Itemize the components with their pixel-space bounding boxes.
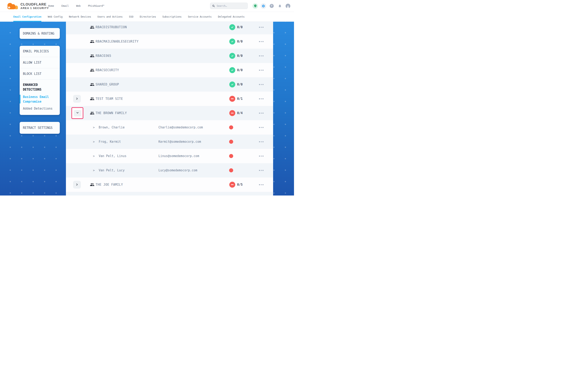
row-menu-ellipsis[interactable] bbox=[259, 140, 264, 144]
sidebar-item-allow-list[interactable]: ALLOW LIST bbox=[20, 57, 60, 68]
chevron-right-icon bbox=[76, 97, 78, 101]
member-count: 0/0 bbox=[237, 40, 243, 43]
status-dot-red bbox=[229, 168, 233, 172]
expand-group-button[interactable] bbox=[73, 95, 81, 103]
row-menu-ellipsis[interactable] bbox=[259, 40, 264, 43]
table-row-member: >Frog, KermitKermit@somedemocorp.com bbox=[66, 135, 273, 149]
tab-delegated-accounts[interactable]: Delegated Accounts bbox=[218, 12, 244, 22]
row-menu-ellipsis[interactable] bbox=[259, 183, 264, 187]
member-expand-chevron[interactable]: > bbox=[93, 140, 95, 143]
top-nav-home[interactable]: Home bbox=[48, 4, 54, 7]
row-menu-ellipsis[interactable] bbox=[259, 126, 264, 129]
member-count: 0/0 bbox=[237, 54, 243, 58]
status-dot-red bbox=[229, 125, 233, 129]
sidebar-card-retract-settings: RETRACT SETTINGS bbox=[20, 122, 60, 134]
member-count: 0/0 bbox=[237, 68, 243, 72]
status-badge-minus bbox=[229, 182, 235, 188]
help-icon[interactable]: ? bbox=[269, 3, 274, 9]
top-nav-phishguard[interactable]: PhishGuard™ bbox=[88, 4, 104, 7]
table-row-group: SHARED_GROUP0/0 bbox=[66, 77, 273, 92]
brand-text: CLOUDFLARE AREA 1 SECURITY bbox=[20, 1, 49, 11]
member-name: Brown, Charlie bbox=[99, 126, 125, 129]
member-email: Linus@somedemocorp.com bbox=[158, 154, 199, 158]
table-row-member: >Van Pelt, LinusLinus@somedemocorp.com bbox=[66, 149, 273, 163]
tab-service-accounts[interactable]: Service Accounts bbox=[188, 12, 212, 22]
group-name: RBACSECURITY bbox=[96, 68, 119, 72]
member-expand-chevron[interactable]: > bbox=[93, 126, 95, 129]
group-name: RBACDISTRUBUTION bbox=[96, 25, 127, 29]
highlight-annotation-box bbox=[71, 107, 83, 119]
sidebar-section-enhanced-detections: ENHANCED DETECTIONS Business Email Compr… bbox=[20, 80, 60, 115]
sidebar-item-retract-settings[interactable]: RETRACT SETTINGS bbox=[20, 122, 60, 134]
cloudflare-logo[interactable]: CLOUDFLARE AREA 1 SECURITY bbox=[6, 1, 49, 11]
status-badge-check bbox=[229, 39, 235, 45]
groups-table: RBACDISTRUBUTION0/0RBACMAILENABLESECURIT… bbox=[66, 22, 273, 196]
row-menu-ellipsis[interactable] bbox=[259, 54, 264, 58]
header-icons: ? bbox=[252, 0, 291, 12]
member-count: 0/1 bbox=[237, 97, 243, 100]
sidebar-card-domains-routing: DOMAINS & ROUTING bbox=[20, 28, 60, 39]
sidebar-item-email-policies[interactable]: EMAIL POLICIES bbox=[20, 46, 60, 57]
member-expand-chevron[interactable]: > bbox=[93, 169, 95, 172]
minus-icon bbox=[231, 184, 234, 185]
top-nav-email[interactable]: Email bbox=[61, 4, 69, 7]
tab-subscriptions[interactable]: Subscriptions bbox=[162, 12, 182, 22]
row-menu-ellipsis[interactable] bbox=[259, 111, 264, 115]
member-expand-chevron[interactable]: > bbox=[93, 154, 95, 158]
member-count: 0/4 bbox=[237, 111, 243, 115]
table-row-partial bbox=[66, 192, 273, 196]
sidebar-item-block-list[interactable]: BLOCK LIST bbox=[20, 68, 60, 80]
group-name: TEST TEAM SITE bbox=[96, 97, 123, 100]
tab-directories[interactable]: Directories bbox=[140, 12, 156, 22]
chevron-down-icon bbox=[76, 111, 79, 115]
table-row-group: RBACSECURITY0/0 bbox=[66, 63, 273, 77]
notifications-bell-icon[interactable] bbox=[277, 3, 283, 9]
tab-web-config[interactable]: Web Config bbox=[48, 12, 62, 22]
status-badge-minus bbox=[229, 110, 235, 116]
settings-gear-icon[interactable] bbox=[261, 3, 266, 9]
minus-icon bbox=[231, 98, 234, 99]
sidebar-item-domains-routing[interactable]: DOMAINS & ROUTING bbox=[20, 28, 60, 39]
sidebar-card-email-policies: EMAIL POLICIES ALLOW LIST BLOCK LIST ENH… bbox=[20, 46, 60, 115]
table-row-group: TEST TEAM SITE0/1 bbox=[66, 92, 273, 106]
expand-group-button[interactable] bbox=[73, 181, 81, 189]
status-badge-check bbox=[229, 82, 235, 88]
search-icon bbox=[212, 4, 215, 7]
tab-sso[interactable]: SSO bbox=[129, 12, 134, 22]
row-menu-ellipsis[interactable] bbox=[259, 154, 264, 158]
top-nav-web[interactable]: Web bbox=[76, 4, 81, 7]
verified-shield-icon[interactable] bbox=[252, 3, 258, 9]
member-count: 0/0 bbox=[237, 25, 243, 29]
tab-network-devices[interactable]: Network Devices bbox=[69, 12, 91, 22]
collapse-group-button[interactable] bbox=[74, 110, 81, 116]
search-box bbox=[210, 3, 248, 9]
row-menu-ellipsis[interactable] bbox=[259, 83, 264, 86]
sidebar-heading-enhanced-detections: ENHANCED DETECTIONS bbox=[23, 83, 56, 92]
cloudflare-cloud-icon bbox=[6, 1, 19, 11]
group-icon bbox=[90, 39, 94, 44]
tab-email-configuration[interactable]: Email Configuration bbox=[13, 12, 41, 22]
status-badge-check bbox=[229, 53, 235, 59]
row-menu-ellipsis[interactable] bbox=[259, 69, 264, 72]
search-input[interactable] bbox=[217, 4, 246, 7]
sidebar-item-added-detections[interactable]: Added Detections bbox=[23, 107, 56, 110]
tab-users-and-actions[interactable]: Users and Actions bbox=[97, 12, 123, 22]
row-menu-ellipsis[interactable] bbox=[259, 26, 264, 29]
group-name: THE BROWN FAMILY bbox=[96, 111, 127, 115]
row-menu-ellipsis[interactable] bbox=[259, 169, 264, 172]
account-avatar-icon[interactable] bbox=[285, 3, 291, 9]
table-row-group: THE JOE FAMILY0/5 bbox=[66, 178, 273, 192]
avatar bbox=[286, 4, 290, 8]
group-name: RBACMAILENABLESECURITY bbox=[96, 40, 139, 43]
page: { "brand": { "name": "CLOUDFLARE", "sub"… bbox=[0, 0, 294, 196]
chevron-right-icon bbox=[76, 183, 78, 187]
member-email: Lucy@somedemocorp.com bbox=[158, 169, 197, 172]
sidebar: DOMAINS & ROUTING EMAIL POLICIES ALLOW L… bbox=[20, 28, 60, 134]
member-name: Van Pelt, Lucy bbox=[99, 169, 125, 172]
row-menu-ellipsis[interactable] bbox=[259, 97, 264, 100]
group-icon bbox=[90, 183, 94, 187]
sidebar-item-business-email-compromise[interactable]: Business Email Compromise bbox=[23, 95, 56, 104]
group-icon bbox=[90, 111, 94, 115]
status-dot-red bbox=[229, 140, 233, 144]
table-row-member: >Brown, CharlieCharlie@somedemocorp.com bbox=[66, 120, 273, 135]
